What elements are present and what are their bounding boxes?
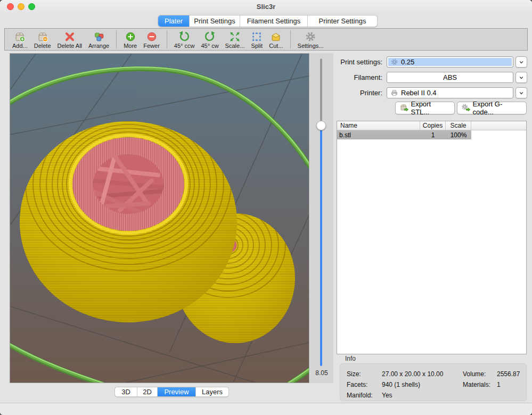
column-header-scale: Scale (446, 121, 471, 130)
info-panel: Size: 27.00 x 20.00 x 10.00 Volume: 2556… (340, 363, 527, 401)
printer-dropdown-button[interactable] (515, 87, 527, 98)
tab-filament-settings[interactable]: Filament Settings (240, 15, 308, 27)
facets-label: Facets: (347, 381, 382, 388)
print-settings-select[interactable]: 0.25 (387, 56, 513, 68)
chevron-down-icon (518, 74, 525, 81)
chevron-down-icon (518, 59, 525, 65)
column-header-name: Name (337, 121, 420, 130)
print-preview-render (10, 54, 309, 383)
rotate-cw-button[interactable]: 45° cw (198, 30, 222, 49)
settings-button[interactable]: Settings... (294, 30, 327, 49)
size-value: 27.00 x 20.00 x 10.00 (382, 370, 463, 378)
size-label: Size: (347, 370, 382, 378)
delete-all-button[interactable]: Delete All (54, 30, 85, 49)
add-button[interactable]: Add... (9, 30, 31, 49)
slic3r-window: Slic3r Plater Print Settings Filament Se… (0, 0, 532, 415)
print-settings-dropdown-button[interactable] (515, 56, 527, 68)
filament-label: Filament: (326, 72, 382, 83)
manifold-label: Manifold: (347, 392, 382, 399)
split-marquee-icon (251, 31, 263, 43)
plus-circle-icon (125, 31, 136, 43)
view-tab-preview[interactable]: Preview (158, 387, 196, 396)
cut-box-icon (270, 31, 282, 43)
main-tab-bar: Plater Print Settings Filament Settings … (158, 15, 378, 27)
plater-toolbar: Add... Delete Delete All Arrange More Fe… (4, 28, 528, 51)
column-header-copies: Copies (420, 121, 446, 130)
arrange-button[interactable]: Arrange (85, 30, 112, 49)
filament-dropdown-button[interactable] (515, 72, 527, 83)
facets-value: 940 (1 shells) (382, 381, 463, 388)
toolbar-separator (290, 30, 291, 48)
slider-track-lower[interactable] (320, 126, 322, 366)
tab-printer-settings[interactable]: Printer Settings (308, 15, 377, 27)
column-header-filler (471, 121, 526, 130)
arrange-cubes-icon (93, 31, 105, 43)
minus-circle-icon (146, 31, 158, 43)
printer-select[interactable]: Rebel II 0.4 (387, 87, 513, 98)
toolbar-separator (116, 30, 117, 48)
preview-3d-canvas[interactable] (10, 53, 309, 383)
printer-label: Printer: (326, 87, 382, 98)
rotate-cw-icon (204, 31, 216, 43)
export-stl-button[interactable]: Export STL... (395, 102, 455, 114)
tab-print-settings[interactable]: Print Settings (190, 15, 240, 27)
view-tab-layers[interactable]: Layers (196, 387, 228, 396)
delete-button[interactable]: Delete (31, 30, 54, 49)
filament-select[interactable]: ABS (387, 72, 513, 83)
printer-icon (390, 89, 398, 97)
export-stl-icon (400, 104, 408, 113)
view-tab-2d[interactable]: 2D (137, 387, 158, 396)
window-title: Slic3r (0, 3, 532, 11)
object-list: Name Copies Scale b.stl 1 100% (337, 121, 527, 354)
gear-icon (390, 58, 398, 66)
materials-label: Materials: (463, 381, 497, 388)
chevron-down-icon (518, 90, 525, 96)
cut-button[interactable]: Cut... (266, 30, 286, 49)
fewer-button[interactable]: Fewer (140, 30, 163, 49)
delete-all-x-icon (64, 31, 76, 43)
rotate-ccw-icon (178, 31, 190, 43)
toolbar-separator (167, 30, 167, 48)
title-bar: Slic3r (0, 0, 532, 13)
view-tab-3d[interactable]: 3D (115, 387, 137, 396)
rotate-ccw-button[interactable]: 45° ccw (171, 30, 198, 49)
box-remove-icon (37, 31, 48, 43)
export-gcode-button[interactable]: Export G-code... (457, 102, 527, 114)
manifold-value: Yes (382, 392, 463, 399)
export-gcode-icon (462, 104, 471, 113)
table-row[interactable]: b.stl 1 100% (337, 130, 471, 139)
gear-icon (305, 31, 316, 43)
volume-value: 2556.87 (497, 370, 526, 378)
slider-thumb[interactable] (316, 121, 326, 130)
print-settings-label: Print settings: (326, 56, 382, 68)
layer-slider: 8.05 (310, 53, 333, 383)
tab-plater[interactable]: Plater (158, 15, 190, 27)
scale-arrows-icon (229, 31, 241, 43)
object-list-header: Name Copies Scale (337, 121, 526, 130)
scale-button[interactable]: Scale... (222, 30, 248, 49)
volume-label: Volume: (463, 370, 497, 378)
materials-value: 1 (497, 381, 526, 388)
info-section-title: Info (345, 355, 356, 362)
slider-track-upper[interactable] (320, 59, 322, 126)
more-button[interactable]: More (120, 30, 140, 49)
split-button[interactable]: Split (248, 30, 266, 49)
bottom-strip (0, 403, 532, 415)
view-mode-tabs: 3D 2D Preview Layers (114, 387, 229, 397)
box-add-icon (14, 31, 26, 43)
slider-value: 8.05 (310, 369, 333, 377)
